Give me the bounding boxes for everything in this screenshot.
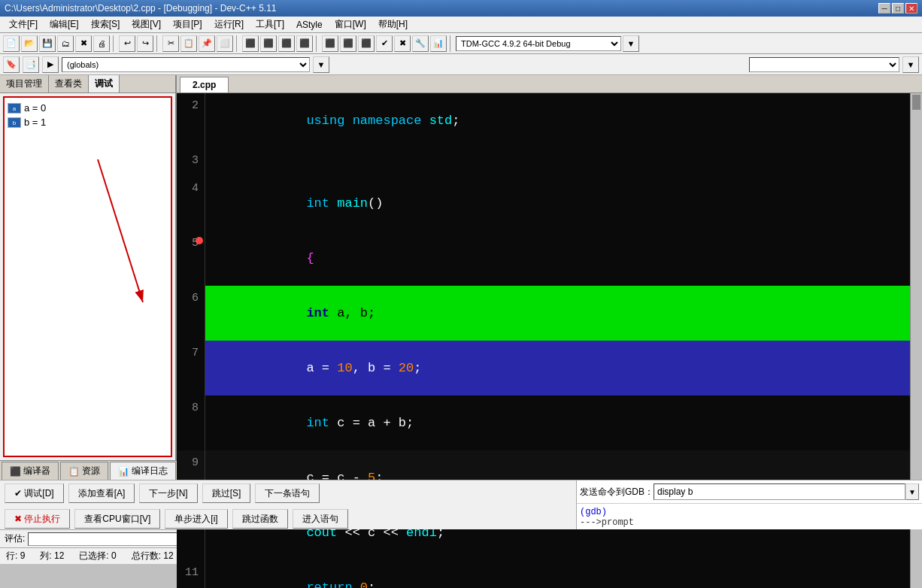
toolbar-paste[interactable]: 📌 [199, 35, 215, 52]
extra-dropdown[interactable]: ▼ [902, 56, 919, 73]
menu-help[interactable]: 帮助[H] [372, 17, 414, 32]
gdb-command-input[interactable] [654, 483, 905, 500]
bottom-tab-compilelog[interactable]: 📊 编译日志 [110, 462, 176, 480]
compilelog-icon: 📊 [118, 466, 129, 477]
skip-button[interactable]: 跳过[S] [202, 483, 251, 503]
code-line-7: 7 a = 10, b = 20; [177, 341, 910, 396]
toolbar-undo[interactable]: ↩ [119, 35, 135, 52]
toolbar-indent[interactable]: ⬛ [242, 35, 259, 52]
gdb-dropdown-button[interactable]: ▼ [905, 483, 919, 500]
line-content-5: { [205, 231, 910, 286]
add-watch-button[interactable]: 添加查看[A] [68, 483, 135, 503]
status-selected: 已选择: 0 [79, 550, 116, 562]
toolbar-new[interactable]: 📄 [3, 35, 20, 52]
toolbar-selectall[interactable]: ⬜ [217, 35, 233, 52]
next-statement-button[interactable]: 下一条语句 [255, 483, 320, 503]
var-a: a a = 0 [8, 101, 168, 115]
debug-start-button[interactable]: ✔ 调试[D] [5, 483, 64, 503]
toolbar-stop[interactable]: ✖ [394, 35, 411, 52]
status-total: 总行数: 12 [132, 550, 174, 562]
toolbar-uncomment[interactable]: ⬛ [296, 35, 313, 52]
menu-edit[interactable]: 编辑[E] [44, 17, 85, 32]
menu-window[interactable]: 窗口[W] [329, 17, 372, 32]
left-tab-bar: 项目管理 查看类 调试 [0, 75, 175, 93]
view-cpu-button[interactable]: 查看CPU窗口[V] [74, 509, 160, 529]
left-panel: 项目管理 查看类 调试 a a = 0 b b = 1 [0, 75, 177, 460]
toolbar-comment[interactable]: ⬛ [278, 35, 295, 52]
debug-buttons-container: ✔ 调试[D] 添加查看[A] 下一步[N] 跳过[S] 下一条语句 ✖ 停止执… [0, 480, 576, 529]
toolbar-row-2: 🔖 📑 ▶ (globals) ▼ ▼ [0, 54, 922, 75]
gdb-output-line-1: (gdb) [580, 507, 919, 517]
line-content-4: int main() [205, 176, 910, 231]
toolbar-print[interactable]: 🖨 [93, 35, 110, 52]
maximize-button[interactable]: □ [892, 3, 904, 14]
menu-view[interactable]: 视图[V] [126, 17, 167, 32]
line-content-8: int c = a + b; [205, 396, 910, 450]
toolbar-bookmark2[interactable]: 📑 [23, 56, 39, 73]
resources-icon: 📋 [68, 466, 80, 477]
editor-tab-file[interactable]: 2.cpp [180, 77, 229, 92]
toolbar-compile[interactable]: ⬛ [322, 35, 338, 52]
bottom-tab-compiler[interactable]: ⬛ 编译器 [2, 462, 59, 480]
toolbar-compilerun[interactable]: ⬛ [358, 35, 375, 52]
toolbar-saveall[interactable]: 🗂 [57, 35, 74, 52]
menu-astyle[interactable]: AStyle [290, 18, 329, 32]
toolbar-save[interactable]: 💾 [39, 35, 56, 52]
compiler-dropdown[interactable]: ▼ [623, 35, 639, 52]
scope-dropdown[interactable]: ▼ [313, 56, 329, 73]
var-b: b b = 1 [8, 115, 168, 129]
scope-combo[interactable]: (globals) [62, 57, 310, 72]
skip-function-button[interactable]: 跳过函数 [232, 509, 288, 529]
toolbar-run[interactable]: ⬛ [340, 35, 356, 52]
bottom-tab-resources[interactable]: 📋 资源 [60, 462, 108, 480]
toolbar-chart[interactable]: 📊 [430, 35, 447, 52]
tab-classes[interactable]: 查看类 [49, 75, 89, 92]
toolbar-open[interactable]: 📂 [21, 35, 38, 52]
breakpoint-marker [196, 237, 203, 244]
title-text: C:\Users\Administrator\Desktop\2.cpp - [… [5, 3, 277, 14]
line-content-2: using namespace std; [205, 93, 910, 148]
enter-statement-button[interactable]: 进入语句 [293, 509, 348, 529]
debug-btn-row-1: ✔ 调试[D] 添加查看[A] 下一步[N] 跳过[S] 下一条语句 [0, 480, 576, 506]
editor-area: 2.cpp 2 using namespace std; 3 4 [177, 75, 922, 460]
code-line-6: 6 int a, b; [177, 286, 910, 341]
stop-execution-button[interactable]: ✖ 停止执行 [5, 509, 70, 529]
var-b-value: b = 1 [24, 117, 46, 128]
tab-debug[interactable]: 调试 [89, 75, 120, 92]
next-step-button[interactable]: 下一步[N] [139, 483, 197, 503]
status-col: 列: 12 [40, 550, 64, 562]
extra-combo[interactable] [749, 57, 899, 72]
toolbar-unindent[interactable]: ⬛ [260, 35, 277, 52]
menu-project[interactable]: 项目[P] [167, 17, 208, 32]
line-content-11: return 0; [205, 560, 910, 588]
toolbar-debug[interactable]: 🔧 [412, 35, 429, 52]
gdb-send-label: 发送命令到GDB： [580, 486, 654, 499]
toolbar-check[interactable]: ✔ [376, 35, 393, 52]
toolbar-sep-2 [156, 35, 159, 52]
toolbar-run2[interactable]: ▶ [42, 56, 59, 73]
menu-run[interactable]: 运行[R] [208, 17, 250, 32]
close-button[interactable]: ✕ [905, 3, 917, 14]
menu-search[interactable]: 搜索[S] [85, 17, 126, 32]
main-area: 项目管理 查看类 调试 a a = 0 b b = 1 2.cpp 2 [0, 75, 922, 460]
tab-project[interactable]: 项目管理 [0, 75, 49, 92]
line-content-7: a = 10, b = 20; [205, 341, 910, 396]
toolbar-copy[interactable]: 📋 [180, 35, 197, 52]
menu-tools[interactable]: 工具[T] [250, 17, 290, 32]
status-row: 行: 9 [6, 550, 25, 562]
code-line-11: 11 return 0; [177, 560, 910, 588]
toolbar-cut[interactable]: ✂ [162, 35, 179, 52]
line-num-8: 8 [177, 396, 205, 450]
var-a-value: a = 0 [24, 102, 46, 114]
menu-file[interactable]: 文件[F] [3, 17, 44, 32]
compiler-selector[interactable]: TDM-GCC 4.9.2 64-bit Debug [456, 36, 621, 51]
line-content-6: int a, b; [205, 286, 910, 341]
step-into-button[interactable]: 单步进入[i] [165, 509, 227, 529]
minimize-button[interactable]: ─ [878, 3, 890, 14]
gdb-output: (gdb) --->prompt [577, 504, 922, 529]
line-num-3: 3 [177, 148, 205, 176]
toolbar-bookmark[interactable]: 🔖 [3, 56, 20, 73]
toolbar-close[interactable]: ✖ [75, 35, 92, 52]
line-num-5: 5 [177, 231, 205, 286]
toolbar-redo[interactable]: ↪ [137, 35, 153, 52]
